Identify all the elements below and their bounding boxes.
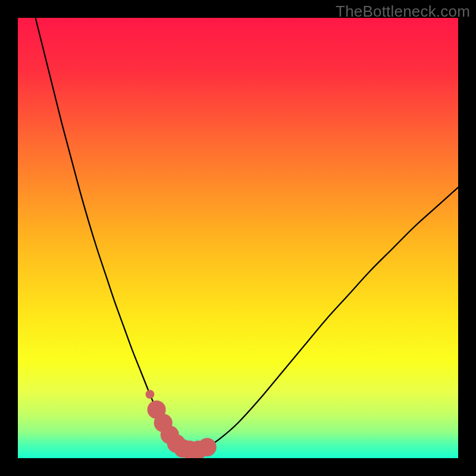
highlight-marker bbox=[198, 438, 217, 456]
chart-frame: TheBottleneck.com bbox=[0, 0, 476, 476]
plot-area bbox=[18, 18, 458, 458]
chart-svg bbox=[18, 18, 458, 458]
gradient-background bbox=[18, 18, 458, 458]
highlight-marker bbox=[146, 390, 155, 399]
